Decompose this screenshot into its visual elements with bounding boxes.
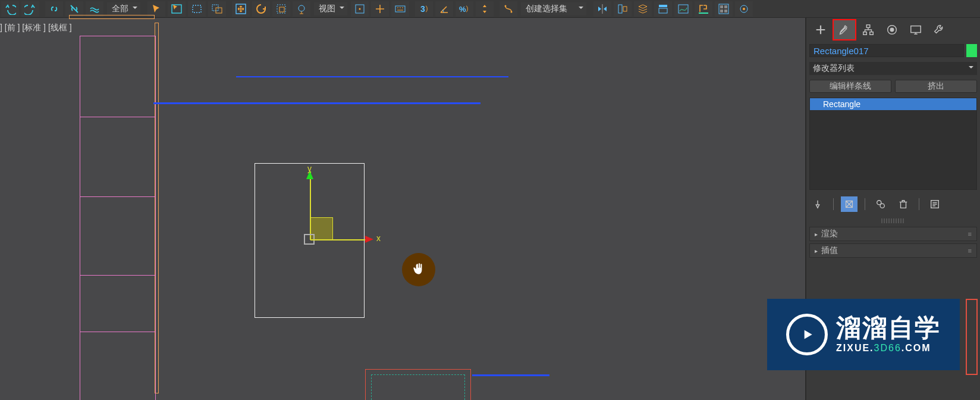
select-object-button[interactable] bbox=[147, 1, 165, 17]
scene-annotation-red bbox=[966, 299, 978, 375]
selection-filter-label: 全部 bbox=[112, 4, 128, 14]
mirror-button[interactable] bbox=[593, 1, 611, 17]
svg-point-13 bbox=[505, 5, 507, 7]
selection-filter-dropdown[interactable]: 全部 bbox=[107, 2, 140, 15]
chevron-right-icon: ▸ bbox=[815, 231, 818, 238]
configure-sets-button[interactable] bbox=[926, 196, 943, 212]
ref-coord-label: 视图 bbox=[319, 4, 335, 14]
utilities-tab[interactable] bbox=[928, 20, 951, 40]
svg-rect-16 bbox=[623, 7, 627, 11]
curve-editor-button[interactable] bbox=[674, 1, 692, 17]
svg-rect-29 bbox=[870, 32, 874, 35]
make-unique-button[interactable] bbox=[872, 196, 889, 212]
rollout-interpolation[interactable]: ▸ 插值 ≡ bbox=[809, 243, 977, 258]
rollout-menu-icon: ≡ bbox=[968, 247, 972, 254]
edit-spline-button[interactable]: 编辑样条线 bbox=[809, 80, 891, 93]
scale-button[interactable] bbox=[272, 1, 290, 17]
placement-button[interactable] bbox=[293, 1, 310, 17]
material-editor-button[interactable] bbox=[715, 1, 733, 17]
snap-toggle-button[interactable]: 3 bbox=[415, 1, 433, 17]
create-tab[interactable] bbox=[809, 20, 832, 40]
bind-space-warp-button[interactable] bbox=[86, 1, 103, 17]
viewport-front[interactable]: ] [前 ] [标准 ] [线框 ] y x bbox=[0, 18, 805, 400]
svg-rect-32 bbox=[911, 26, 921, 33]
redo-button[interactable] bbox=[21, 1, 39, 17]
extrude-button[interactable]: 挤出 bbox=[895, 80, 977, 93]
svg-rect-17 bbox=[659, 5, 667, 7]
svg-text:3: 3 bbox=[420, 4, 425, 14]
rotate-button[interactable] bbox=[252, 1, 270, 17]
scene-object-teal-bottom bbox=[371, 374, 465, 400]
object-name-input[interactable]: Rectangle017 bbox=[809, 44, 964, 57]
chevron-right-icon: ▸ bbox=[815, 248, 818, 254]
svg-rect-22 bbox=[724, 5, 727, 8]
gizmo-x-arrow[interactable] bbox=[365, 236, 377, 243]
command-panel-tabs bbox=[806, 18, 980, 42]
percent-snap-button[interactable]: % bbox=[456, 1, 473, 17]
svg-rect-6 bbox=[279, 7, 284, 12]
link-button[interactable] bbox=[45, 1, 63, 17]
rectangle-select-button[interactable] bbox=[188, 1, 206, 17]
render-setup-button[interactable] bbox=[735, 1, 753, 17]
transform-gizmo[interactable]: y x bbox=[303, 167, 387, 250]
window-crossing-button[interactable] bbox=[208, 1, 226, 17]
hierarchy-tab[interactable] bbox=[857, 20, 880, 40]
schematic-view-button[interactable] bbox=[695, 1, 712, 17]
gizmo-x-label: x bbox=[376, 233, 381, 243]
stack-item-rectangle[interactable]: Rectangle bbox=[810, 98, 976, 110]
watermark-url: ZIXUE.3D66.COM bbox=[836, 343, 931, 354]
pin-stack-button[interactable] bbox=[809, 196, 826, 212]
scene-object-ladder bbox=[80, 36, 156, 400]
angle-snap-button[interactable] bbox=[435, 1, 453, 17]
keyboard-shortcut-button[interactable] bbox=[391, 1, 409, 17]
named-set-dropdown[interactable]: 创建选择集 bbox=[521, 2, 586, 15]
display-tab[interactable] bbox=[904, 20, 927, 40]
remove-modifier-button[interactable] bbox=[895, 196, 912, 212]
svg-point-35 bbox=[880, 204, 884, 208]
scene-object-blue-bottom bbox=[472, 374, 549, 376]
unlink-button[interactable] bbox=[65, 1, 83, 17]
modify-tab[interactable] bbox=[833, 20, 856, 40]
rollout-interpolation-label: 插值 bbox=[821, 245, 838, 256]
watermark-title: 溜溜自学 bbox=[836, 315, 941, 340]
modifier-stack[interactable]: Rectangle bbox=[809, 98, 977, 190]
manipulate-button[interactable] bbox=[371, 1, 389, 17]
scene-object-blue2 bbox=[153, 102, 480, 104]
select-by-name-button[interactable] bbox=[168, 1, 186, 17]
svg-rect-23 bbox=[720, 10, 723, 12]
modifier-list-label: 修改器列表 bbox=[813, 63, 855, 74]
svg-point-7 bbox=[299, 5, 304, 11]
rollout-render[interactable]: ▸ 渲染 ≡ bbox=[809, 227, 977, 241]
svg-point-26 bbox=[743, 8, 745, 10]
ref-coord-dropdown[interactable]: 视图 bbox=[314, 2, 347, 15]
object-name-row: Rectangle017 bbox=[806, 42, 980, 60]
align-button[interactable] bbox=[614, 1, 632, 17]
ribbon-toggle-button[interactable] bbox=[654, 1, 672, 17]
watermark: 溜溜自学 ZIXUE.3D66.COM bbox=[767, 299, 960, 370]
svg-rect-18 bbox=[659, 8, 667, 13]
play-icon bbox=[786, 314, 828, 355]
show-end-result-button[interactable] bbox=[841, 196, 857, 212]
svg-point-14 bbox=[511, 11, 513, 12]
named-set-launch-button[interactable] bbox=[500, 1, 517, 17]
scene-object-orange-top bbox=[69, 15, 155, 19]
viewport-label: ] [前 ] [标准 ] [线框 ] bbox=[0, 23, 72, 33]
svg-rect-10 bbox=[395, 6, 405, 12]
scene-object-blue1 bbox=[236, 76, 508, 77]
gizmo-y-label: y bbox=[307, 164, 312, 173]
spinner-snap-button[interactable] bbox=[476, 1, 494, 17]
svg-point-31 bbox=[890, 28, 894, 32]
layers-button[interactable] bbox=[634, 1, 652, 17]
motion-tab[interactable] bbox=[881, 20, 903, 40]
svg-point-9 bbox=[359, 8, 361, 10]
gizmo-x-axis[interactable] bbox=[310, 239, 370, 240]
svg-text:%: % bbox=[459, 5, 466, 14]
pan-cursor-icon bbox=[402, 253, 435, 286]
move-button[interactable] bbox=[232, 1, 250, 17]
modifier-quick-row: 编辑样条线 挤出 bbox=[809, 80, 977, 93]
pivot-button[interactable] bbox=[351, 1, 369, 17]
object-color-swatch[interactable] bbox=[966, 44, 977, 57]
panel-grip[interactable] bbox=[881, 218, 905, 223]
undo-button[interactable] bbox=[1, 1, 19, 17]
modifier-list-dropdown[interactable]: 修改器列表 bbox=[809, 62, 977, 75]
